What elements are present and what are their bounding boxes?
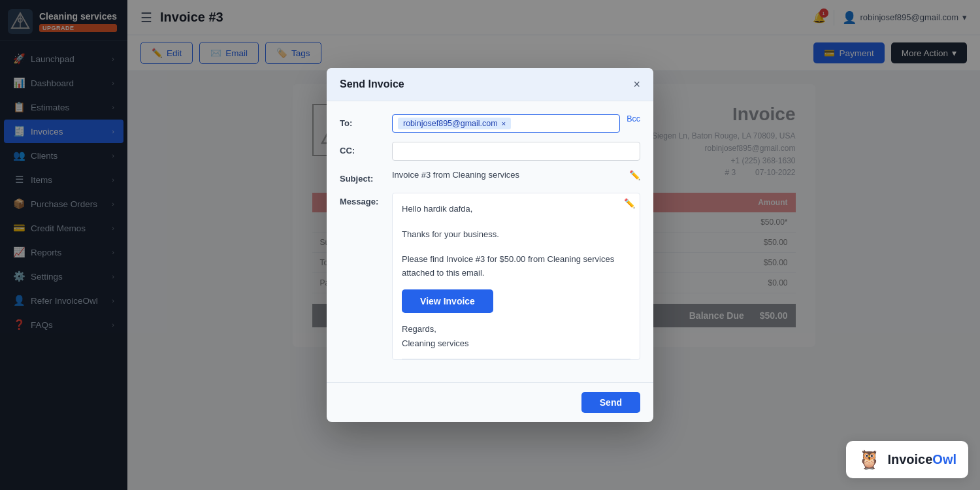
send-invoice-modal: Send Invoice × To: robinjosef895@gmail.c… (327, 68, 653, 422)
modal-header: Send Invoice × (327, 68, 653, 101)
invoice-owl-text-owl: Owl (932, 452, 956, 466)
modal-close-button[interactable]: × (633, 78, 640, 90)
to-label: To: (340, 114, 385, 128)
email-tag-value: robinjosef895@gmail.com (403, 119, 498, 128)
message-regards: Regards, Cleaning services (402, 322, 630, 359)
modal-overlay[interactable]: Send Invoice × To: robinjosef895@gmail.c… (0, 0, 980, 490)
send-button[interactable]: Send (581, 392, 640, 413)
message-line-3: Please find Invoice #3 for $50.00 from C… (402, 253, 630, 280)
cc-field (392, 142, 640, 161)
to-row: To: robinjosef895@gmail.com × Bcc (340, 114, 640, 133)
email-tag: robinjosef895@gmail.com × (398, 118, 511, 129)
message-line-1: Hello hardik dafda, (402, 203, 630, 216)
subject-row: Subject: Invoice #3 from Cleaning servic… (340, 170, 640, 184)
modal-body: To: robinjosef895@gmail.com × Bcc CC: Su… (327, 101, 653, 382)
modal-footer: Send (327, 382, 653, 422)
cc-input[interactable] (392, 142, 640, 161)
cc-label: CC: (340, 142, 385, 155)
email-tag-remove[interactable]: × (502, 120, 506, 127)
modal-title: Send Invoice (340, 78, 404, 90)
message-area: Hello hardik dafda, Thanks for your busi… (392, 193, 640, 360)
subject-label: Subject: (340, 170, 385, 184)
message-edit-icon[interactable]: ✏️ (624, 198, 635, 208)
invoice-owl-text-invoice: Invoice (887, 452, 932, 466)
message-row: Message: Hello hardik dafda, Thanks for … (340, 193, 640, 360)
view-invoice-button[interactable]: View Invoice (402, 289, 493, 313)
subject-text: Invoice #3 from Cleaning services (392, 170, 629, 180)
message-line-2: Thanks for your business. (402, 228, 630, 242)
cc-row: CC: (340, 142, 640, 161)
owl-logo-icon: 🦉 (858, 449, 881, 470)
invoice-owl-watermark: 🦉 InvoiceOwl (846, 441, 968, 478)
to-field[interactable]: robinjosef895@gmail.com × (392, 114, 620, 133)
bcc-link[interactable]: Bcc (627, 114, 640, 123)
message-label: Message: (340, 193, 385, 206)
subject-edit-icon[interactable]: ✏️ (629, 170, 640, 180)
